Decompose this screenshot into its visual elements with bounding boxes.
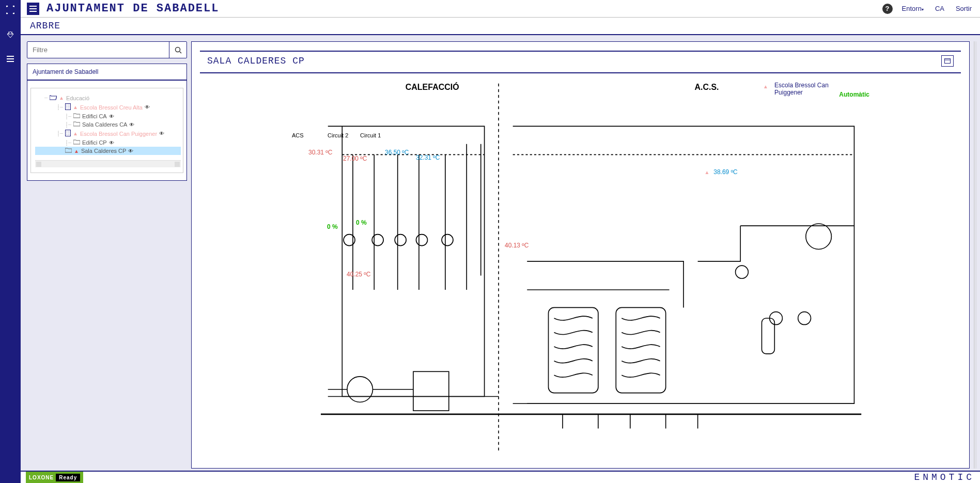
footer: LOXONEReady ENMOTIC xyxy=(21,471,980,483)
logout-button[interactable]: Sortir xyxy=(954,5,974,12)
search-input[interactable] xyxy=(27,42,169,58)
app-title: AJUNTAMENT DE SABADELL xyxy=(46,2,219,15)
tree-panel: Ajuntament de Sabadell ┈ ▲ Educació xyxy=(27,41,187,469)
svg-point-13 xyxy=(806,224,832,250)
tree-scrollbar[interactable] xyxy=(35,160,181,167)
workspace: Ajuntament de Sabadell ┈ ▲ Educació xyxy=(21,35,980,471)
scada-diagram[interactable]: CALEFACCIÓ A.C.S. ▲ Escola Bressol Can P… xyxy=(200,76,961,461)
label-circuit1: Circuit 1 xyxy=(360,132,381,138)
right-scroll-strip[interactable] xyxy=(974,41,977,469)
reading-t2: 27.00 ºC xyxy=(343,155,367,162)
list-icon[interactable] xyxy=(7,55,14,64)
detail-panel: SALA CALDERES CP xyxy=(191,41,970,469)
warning-icon: ▲ xyxy=(73,104,78,110)
warning-icon: ▲ xyxy=(73,131,78,136)
eye-icon[interactable]: 👁 xyxy=(145,104,150,110)
svg-point-15 xyxy=(736,266,749,278)
tree-root-label[interactable]: Ajuntament de Sabadell xyxy=(27,64,186,81)
warning-icon: ▲ xyxy=(705,169,710,175)
reading-t4: 32.31 ºC xyxy=(416,154,440,161)
label-acs: ACS xyxy=(292,132,304,138)
main-area: AJUNTAMENT DE SABADELL ? Entorn▾ CA Sort… xyxy=(21,0,980,483)
tree-node-ebp[interactable]: ┊┈ ▲ Escola Bressol Can Puiggener 👁 xyxy=(35,129,181,138)
lang-button[interactable]: CA xyxy=(933,5,946,12)
tree-label: Edifici CP xyxy=(82,139,107,146)
svg-point-8 xyxy=(395,235,406,246)
folder-icon xyxy=(65,148,72,154)
tree-node-educacio[interactable]: ┈ ▲ Educació xyxy=(35,94,181,102)
tree-label: Educació xyxy=(66,95,89,101)
svg-point-9 xyxy=(416,235,427,246)
heading-acs: A.C.S. xyxy=(694,83,719,92)
section-heading: ARBRE xyxy=(21,18,980,35)
nav-rail xyxy=(0,0,21,483)
eye-icon[interactable]: 👁 xyxy=(129,122,134,128)
topbar: AJUNTAMENT DE SABADELL ? Entorn▾ CA Sort… xyxy=(21,0,980,18)
tree-box: Ajuntament de Sabadell ┈ ▲ Educació xyxy=(27,64,187,181)
folder-icon xyxy=(73,113,80,119)
tree-label: Edifici CA xyxy=(82,113,107,119)
label-circuit2: Circuit 2 xyxy=(328,132,348,138)
svg-point-0 xyxy=(175,47,180,52)
svg-point-6 xyxy=(344,235,355,246)
svg-rect-12 xyxy=(616,307,665,393)
svg-point-10 xyxy=(442,235,453,246)
panel-title: SALA CALDERES CP xyxy=(207,52,305,70)
tree-label: Escola Bressol Creu Alta xyxy=(80,104,143,111)
brand-label: ENMOTIC xyxy=(914,472,975,482)
building-icon xyxy=(65,103,71,111)
folder-icon xyxy=(73,139,80,146)
search-button[interactable] xyxy=(169,42,186,58)
eye-icon[interactable]: 👁 xyxy=(109,140,114,146)
reading-t6: 40.13 ºC xyxy=(505,242,528,249)
folder-open-icon xyxy=(50,95,57,101)
tree-label: Sala Calderes CP xyxy=(81,148,126,154)
logo-icon[interactable] xyxy=(6,5,14,17)
tree-node-edifici-cp[interactable]: ┊┈ Edifici CP 👁 xyxy=(35,138,181,147)
reading-t5: 38.69 ºC xyxy=(713,168,737,176)
warning-icon: ▲ xyxy=(59,95,64,101)
entorn-menu[interactable]: Entorn▾ xyxy=(900,5,926,12)
reading-p1: 0 % xyxy=(327,223,338,230)
tree-node-sala-cp[interactable]: ▲ Sala Calderes CP 👁 xyxy=(35,147,181,155)
svg-rect-11 xyxy=(549,307,598,393)
folder-icon xyxy=(73,121,80,128)
svg-rect-3 xyxy=(945,59,951,64)
tree-body: ┈ ▲ Educació ┊┈ ▲ xyxy=(30,88,183,173)
panel-window-button[interactable] xyxy=(941,55,954,67)
hamburger-button[interactable] xyxy=(27,3,39,15)
diamond-icon[interactable] xyxy=(7,31,14,40)
eye-icon[interactable]: 👁 xyxy=(109,114,114,119)
svg-rect-4 xyxy=(413,371,449,411)
tree-node-edifici-ca[interactable]: ┊┈ Edifici CA 👁 xyxy=(35,112,181,120)
tree-label: Sala Calderes CA xyxy=(82,121,127,128)
svg-rect-2 xyxy=(66,130,71,136)
eye-icon[interactable]: 👁 xyxy=(128,148,133,154)
search-row xyxy=(27,41,187,58)
eye-icon[interactable]: 👁 xyxy=(159,131,164,136)
help-button[interactable]: ? xyxy=(882,4,893,14)
loxone-badge: LOXONEReady xyxy=(26,472,83,484)
warning-icon: ▲ xyxy=(74,148,79,154)
svg-rect-1 xyxy=(66,104,71,110)
reading-t1: 30.31 ºC xyxy=(308,149,332,156)
panel-link[interactable]: Escola Bressol Can Puiggener xyxy=(774,82,842,96)
svg-point-5 xyxy=(347,377,373,402)
reading-p2: 0 % xyxy=(356,219,367,226)
warning-icon: ▲ xyxy=(763,84,768,89)
mode-label: Automàtic xyxy=(839,91,869,98)
reading-t7: 40.25 ºC xyxy=(347,271,370,278)
tree-node-sala-ca[interactable]: ┊┈ Sala Calderes CA 👁 xyxy=(35,120,181,129)
heading-calefaccio: CALEFACCIÓ xyxy=(406,83,459,92)
tree-label: Escola Bressol Can Puiggener xyxy=(80,131,157,137)
building-icon xyxy=(65,130,71,137)
tree-node-eba[interactable]: ┊┈ ▲ Escola Bressol Creu Alta 👁 xyxy=(35,102,181,112)
svg-point-17 xyxy=(798,312,811,325)
reading-t3: 36.50 ºC xyxy=(385,149,409,156)
